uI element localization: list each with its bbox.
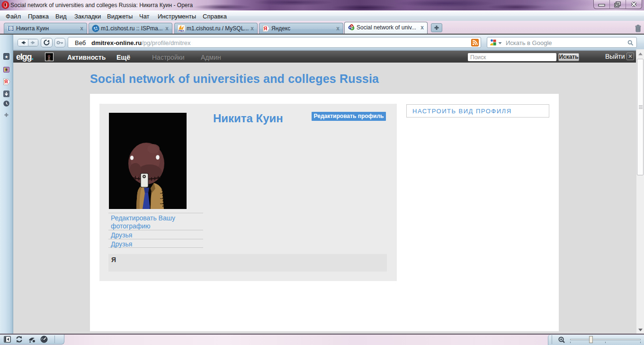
svg-text:B: B	[9, 26, 13, 31]
svg-text:★: ★	[4, 54, 8, 59]
svg-text:PMA: PMA	[179, 29, 184, 32]
svg-text:Я: Я	[4, 79, 8, 84]
svg-text:Я: Я	[264, 26, 268, 31]
